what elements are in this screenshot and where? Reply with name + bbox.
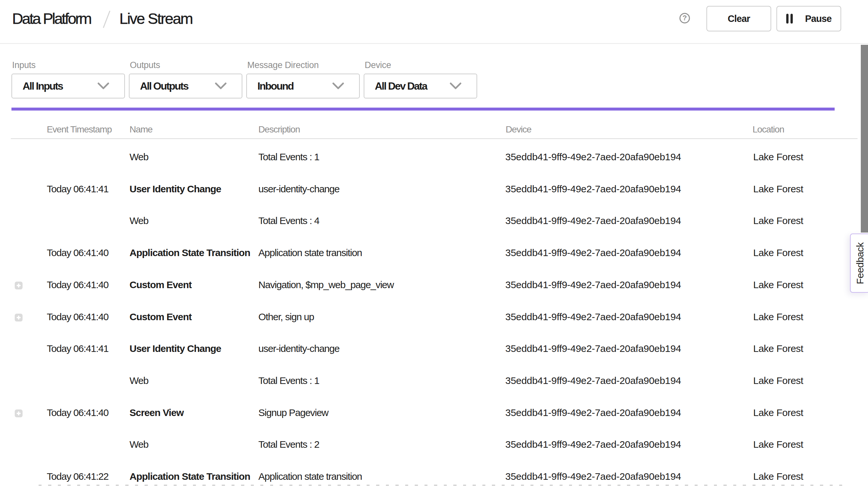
- svg-text:?: ?: [683, 14, 687, 22]
